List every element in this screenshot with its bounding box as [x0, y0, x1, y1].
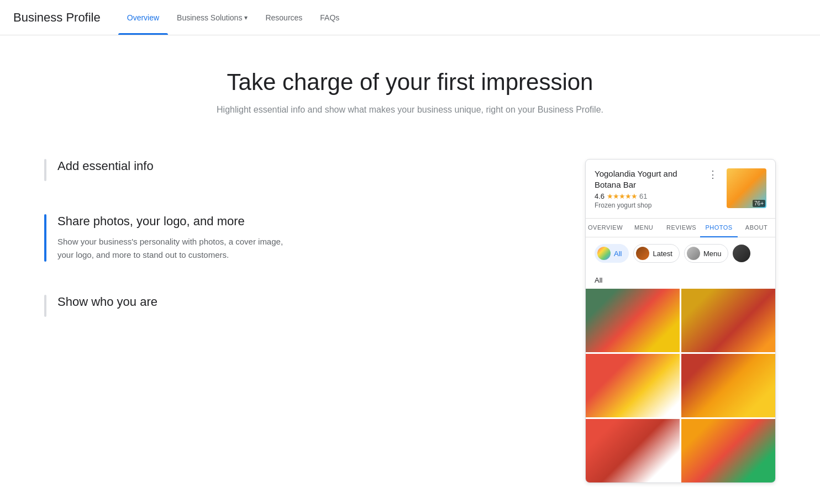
card-business-name: Yogolandia Yogurt and Botana Bar	[595, 168, 699, 190]
all-photos-label: All	[586, 269, 775, 289]
review-count: 61	[639, 192, 647, 200]
hero-title: Take charge of your first impression	[13, 68, 807, 96]
tab-about[interactable]: ABOUT	[738, 219, 775, 237]
photo-grid	[586, 289, 775, 482]
hero-subtitle: Highlight essential info and show what m…	[217, 105, 603, 115]
nav-links: Overview Business Solutions ▾ Resources …	[118, 0, 349, 35]
card-category: Frozen yogurt shop	[595, 201, 699, 209]
right-panel: Yogolandia Yogurt and Botana Bar 4.6 ★★★…	[585, 159, 776, 483]
hero-section: Take charge of your first impression Hig…	[0, 35, 820, 137]
photo-cell-4	[681, 354, 775, 417]
stars-icon: ★★★★★	[607, 192, 637, 200]
feature-title-2: Share photos, your logo, and more	[57, 214, 290, 229]
filter-all-label: All	[614, 250, 622, 258]
filter-latest-label: Latest	[653, 250, 672, 258]
filter-menu-label: Menu	[703, 250, 722, 258]
tab-reviews[interactable]: REVIEWS	[663, 219, 700, 237]
photo-food-2	[681, 289, 775, 352]
feature-bar-1	[44, 159, 46, 181]
filter-menu-avatar	[687, 247, 700, 260]
left-panel: Add essential info Share photos, your lo…	[44, 148, 563, 350]
feature-title-3: Show who you are	[57, 295, 157, 309]
photo-cell-2	[681, 289, 775, 352]
photo-food-6	[681, 419, 775, 482]
nav-link-business-solutions-label: Business Solutions	[177, 13, 242, 22]
business-card: Yogolandia Yogurt and Botana Bar 4.6 ★★★…	[585, 159, 776, 483]
nav-link-faqs[interactable]: FAQs	[311, 0, 348, 35]
photo-cell-5	[586, 419, 680, 482]
nav-brand: Business Profile	[13, 10, 101, 25]
filter-all[interactable]: All	[595, 244, 629, 263]
filter-last-avatar	[733, 245, 750, 262]
feature-text-3: Show who you are	[57, 295, 157, 316]
feature-text-2: Share photos, your logo, and more Show y…	[57, 214, 290, 262]
card-header: Yogolandia Yogurt and Botana Bar 4.6 ★★★…	[586, 160, 775, 218]
card-rating: 4.6 ★★★★★ 61	[595, 192, 699, 200]
filter-all-avatar	[597, 247, 611, 260]
photo-food-4	[681, 354, 775, 417]
chevron-down-icon: ▾	[244, 14, 248, 22]
photo-cell-6	[681, 419, 775, 482]
filter-latest-avatar	[636, 247, 649, 260]
photo-cell-3	[586, 354, 680, 417]
photo-filters: All Latest Menu	[586, 237, 775, 269]
card-info: Yogolandia Yogurt and Botana Bar 4.6 ★★★…	[595, 168, 699, 209]
tab-overview[interactable]: OVERVIEW	[586, 219, 625, 237]
more-options-icon[interactable]: ⋮	[706, 168, 720, 181]
photo-food-5	[586, 419, 680, 482]
feature-bar-3	[44, 295, 46, 317]
filter-latest[interactable]: Latest	[633, 244, 679, 263]
feature-bar-2	[44, 214, 46, 262]
nav-link-overview-label: Overview	[127, 13, 159, 22]
nav-link-resources[interactable]: Resources	[256, 0, 311, 35]
nav-link-faqs-label: FAQs	[320, 13, 339, 22]
nav-link-business-solutions[interactable]: Business Solutions ▾	[168, 0, 256, 35]
feature-add-essential-info: Add essential info	[44, 159, 563, 181]
photo-food-3	[586, 354, 680, 417]
navbar: Business Profile Overview Business Solut…	[0, 0, 820, 35]
feature-text-1: Add essential info	[57, 159, 154, 180]
tab-photos[interactable]: PHOTOS	[700, 219, 738, 237]
feature-share-photos: Share photos, your logo, and more Show y…	[44, 214, 563, 262]
card-tabs: OVERVIEW MENU REVIEWS PHOTOS ABOUT	[586, 218, 775, 237]
photo-cell-1	[586, 289, 680, 352]
nav-link-overview[interactable]: Overview	[118, 0, 168, 35]
tab-menu[interactable]: MENU	[625, 219, 663, 237]
filter-menu[interactable]: Menu	[684, 244, 729, 263]
feature-show-who: Show who you are	[44, 295, 563, 317]
feature-desc-2: Show your business's personality with ph…	[57, 235, 290, 262]
nav-link-resources-label: Resources	[265, 13, 302, 22]
photo-count-badge: 76+	[753, 200, 765, 207]
card-thumbnail: 76+	[727, 168, 766, 208]
feature-title-1: Add essential info	[57, 159, 154, 173]
main-content: Add essential info Share photos, your lo…	[0, 137, 820, 504]
photo-food-1	[586, 289, 680, 352]
rating-number: 4.6	[595, 192, 605, 200]
